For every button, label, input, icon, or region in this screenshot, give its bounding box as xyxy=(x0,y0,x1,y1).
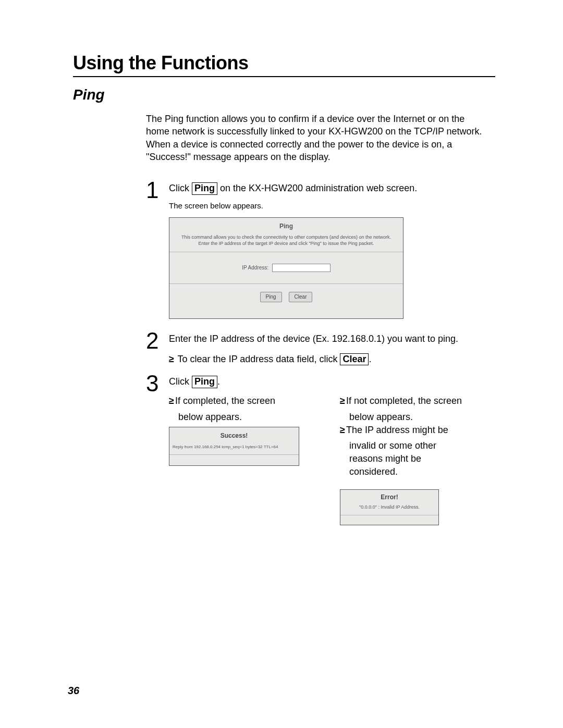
ping-shot-title: Ping xyxy=(169,218,403,233)
step3-text-after: . xyxy=(217,376,220,387)
step2-bullet-after: . xyxy=(369,354,371,364)
left-bullet: If completed, the screen xyxy=(169,394,319,407)
right-bullet2-d: considered. xyxy=(340,465,490,478)
right-bullet-1: If not completed, the screen xyxy=(340,394,490,407)
right-bullet1-cont: below appears. xyxy=(340,411,490,424)
step1-text-before: Click xyxy=(169,183,192,193)
step3-text-before: Click xyxy=(169,376,192,387)
subtitle: Ping xyxy=(73,87,495,103)
manual-page: Using the Functions Ping The Ping functi… xyxy=(0,0,563,728)
step-body: Click Ping on the KX-HGW200 administrati… xyxy=(169,179,490,323)
error-title: Error! xyxy=(340,490,438,503)
left-bullet-a: If completed, the screen xyxy=(175,396,275,406)
error-message: "0.0.0.0" : Invalid IP Address. xyxy=(340,503,438,515)
step2-bullet: To clear the IP address data field, clic… xyxy=(169,353,490,366)
success-title: Success! xyxy=(169,427,299,443)
step-1: 1 Click Ping on the KX-HGW200 administra… xyxy=(146,179,490,323)
step-3: 3 Click Ping. If completed, the screen b… xyxy=(146,372,490,525)
ping-button-reference: Ping xyxy=(192,376,217,388)
ip-row: IP Address: xyxy=(169,252,403,284)
ping-desc-line1: This command allows you to check the con… xyxy=(181,235,391,240)
section-title: Using the Functions xyxy=(73,52,495,74)
right-bullet1-a: If not completed, the screen xyxy=(346,396,462,406)
step-number: 2 xyxy=(146,329,165,352)
ping-desc-line2: Enter the IP address of the target IP de… xyxy=(199,241,374,246)
step1-note: The screen below appears. xyxy=(169,200,490,211)
success-message: Reply from 192.168.0.254 icmp_seq=1 byte… xyxy=(169,443,299,454)
ping-screenshot: Ping This command allows you to check th… xyxy=(169,217,403,318)
intro-paragraph: The Ping function allows you to confirm … xyxy=(146,113,490,163)
page-number: 36 xyxy=(68,685,79,697)
step-number: 3 xyxy=(146,372,165,395)
right-bullet2-a: The IP address might be xyxy=(346,425,448,435)
clear-button[interactable]: Clear xyxy=(289,292,313,302)
step2-bullet-before: To clear the IP address data field, clic… xyxy=(178,354,340,364)
step-number: 1 xyxy=(146,179,165,202)
spacer xyxy=(169,455,299,465)
result-columns: If completed, the screen below appears. … xyxy=(169,394,490,525)
error-screenshot: Error! "0.0.0.0" : Invalid IP Address. xyxy=(340,489,439,525)
right-bullet-2: The IP address might be xyxy=(340,424,490,436)
success-screenshot: Success! Reply from 192.168.0.254 icmp_s… xyxy=(169,427,299,466)
step1-text-after: on the KX-HGW200 administration web scre… xyxy=(217,183,417,193)
spacer xyxy=(340,515,438,525)
ip-input[interactable] xyxy=(272,264,331,272)
ping-button-reference: Ping xyxy=(192,182,217,195)
ping-button-row: Ping Clear xyxy=(169,284,403,318)
right-bullet2-b: invalid or some other xyxy=(340,439,490,452)
ip-label: IP Address: xyxy=(242,265,268,270)
left-bullet-cont: below appears. xyxy=(169,411,319,424)
ping-shot-description: This command allows you to check the con… xyxy=(169,233,403,252)
step-body: Enter the IP address of the device (Ex. … xyxy=(169,329,490,366)
success-column: If completed, the screen below appears. … xyxy=(169,394,319,525)
step-2: 2 Enter the IP address of the device (Ex… xyxy=(146,329,490,366)
clear-button-reference: Clear xyxy=(340,353,369,366)
error-column: If not completed, the screen below appea… xyxy=(340,394,490,525)
title-rule xyxy=(73,76,495,77)
ping-button[interactable]: Ping xyxy=(260,292,282,302)
right-bullet2-c: reasons might be xyxy=(340,452,490,465)
step-body: Click Ping. If completed, the screen bel… xyxy=(169,372,490,525)
step2-text: Enter the IP address of the device (Ex. … xyxy=(169,334,458,344)
